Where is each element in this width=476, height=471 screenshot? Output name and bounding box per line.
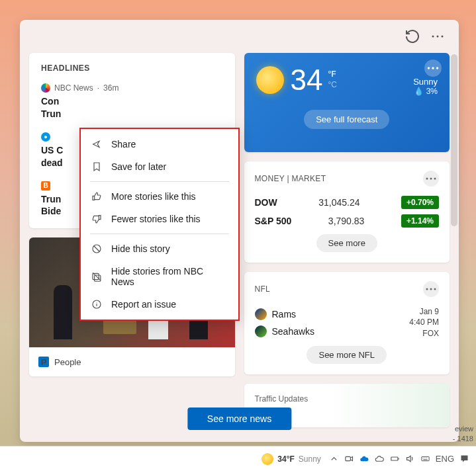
unit-f[interactable]: °F bbox=[328, 69, 336, 80]
bookmark-icon bbox=[91, 161, 102, 172]
svg-rect-18 bbox=[422, 456, 429, 460]
svg-point-2 bbox=[442, 36, 444, 38]
market-see-more-button[interactable]: See more bbox=[316, 234, 377, 252]
weather-temp: 34 bbox=[291, 64, 323, 97]
team1-name: Rams bbox=[272, 309, 297, 320]
svg-rect-16 bbox=[346, 456, 351, 460]
weather-units[interactable]: °F °C bbox=[328, 69, 336, 90]
svg-point-8 bbox=[434, 177, 436, 179]
system-tray: ENG bbox=[329, 454, 469, 464]
refresh-icon[interactable] bbox=[405, 28, 420, 44]
source-time: 36m bbox=[103, 83, 119, 93]
person-graphic bbox=[54, 285, 72, 339]
menu-hide-story[interactable]: Hide this story bbox=[81, 237, 238, 260]
speaker-icon[interactable] bbox=[405, 454, 415, 464]
sun-icon bbox=[256, 66, 284, 94]
image-source: People bbox=[54, 357, 81, 367]
menu-label: Share bbox=[111, 139, 136, 150]
rams-icon bbox=[255, 308, 267, 320]
source-sep: · bbox=[97, 83, 99, 93]
sun-icon bbox=[262, 453, 273, 465]
menu-separator bbox=[90, 234, 229, 234]
thumbs-down-icon bbox=[91, 214, 102, 224]
svg-point-9 bbox=[426, 288, 428, 290]
stock-row[interactable]: S&P 500 3,790.83 +1.14% bbox=[255, 214, 440, 228]
map-graphic bbox=[326, 384, 450, 427]
market-card: MONEY | MARKET DOW 31,045.24 +0.70% S&P … bbox=[244, 161, 450, 263]
stock-name: S&P 500 bbox=[255, 216, 292, 226]
nfl-menu-icon[interactable] bbox=[423, 281, 439, 297]
team2-name: Seahawks bbox=[272, 326, 315, 337]
traffic-section-title: Traffic Updates bbox=[255, 394, 309, 404]
svg-point-5 bbox=[436, 67, 438, 69]
people-icon: P bbox=[38, 357, 49, 367]
menu-hide-source[interactable]: Hide stories from NBC News bbox=[81, 260, 238, 293]
svg-point-6 bbox=[426, 177, 428, 179]
see-more-news-button[interactable]: See more news bbox=[187, 407, 291, 430]
menu-separator bbox=[90, 181, 229, 182]
menu-report[interactable]: Report an issue bbox=[81, 293, 238, 316]
teams-row[interactable]: Rams Seahawks Jan 9 4:40 PM FOX bbox=[255, 306, 440, 339]
nfl-see-more-button[interactable]: See more NFL bbox=[307, 346, 387, 364]
svg-rect-17 bbox=[391, 457, 398, 460]
panel-toolbar bbox=[20, 20, 459, 53]
menu-more-like[interactable]: More stories like this bbox=[81, 185, 238, 208]
battery-icon[interactable] bbox=[390, 454, 400, 464]
svg-point-4 bbox=[432, 67, 434, 69]
onedrive-icon[interactable] bbox=[359, 454, 369, 464]
stock-pct: +1.14% bbox=[401, 214, 439, 228]
keyboard-icon[interactable] bbox=[420, 454, 430, 464]
share-icon bbox=[91, 139, 102, 150]
headline1-title[interactable]: Con Trun bbox=[41, 95, 223, 120]
meet-now-icon[interactable] bbox=[344, 454, 354, 464]
action-center-icon[interactable] bbox=[459, 454, 469, 464]
headline-source[interactable]: NBC News · 36m bbox=[41, 83, 223, 93]
more-icon[interactable] bbox=[430, 28, 446, 44]
forecast-button[interactable]: See full forecast bbox=[304, 110, 389, 129]
svg-point-1 bbox=[437, 36, 439, 38]
image-source-row: P People bbox=[29, 347, 235, 376]
thumbs-up-icon bbox=[91, 191, 102, 202]
hide-source-icon bbox=[91, 271, 102, 282]
svg-point-0 bbox=[432, 36, 434, 38]
breitbart-icon: B bbox=[41, 181, 50, 191]
weather-main: 34 °F °C bbox=[256, 64, 438, 97]
menu-save[interactable]: Save for later bbox=[81, 155, 238, 178]
right-column: 34 °F °C Sunny 💧 3% See full forecast MO… bbox=[244, 53, 450, 427]
nbc-icon bbox=[41, 83, 50, 93]
taskbar-weather[interactable]: 34°F Sunny bbox=[262, 453, 321, 465]
taskbar-temp: 34°F bbox=[277, 454, 294, 464]
context-menu: Share Save for later More stories like t… bbox=[79, 128, 240, 321]
block-icon bbox=[91, 243, 102, 254]
precip-value: 3% bbox=[426, 87, 438, 96]
game-time: Jan 9 4:40 PM FOX bbox=[409, 306, 439, 339]
svg-point-10 bbox=[430, 288, 432, 290]
taskbar: 34°F Sunny ENG bbox=[0, 446, 476, 471]
menu-label: Report an issue bbox=[111, 299, 176, 310]
menu-label: Fewer stories like this bbox=[111, 214, 201, 224]
headlines-title: HEADLINES bbox=[41, 64, 223, 73]
info-icon bbox=[91, 299, 102, 310]
weather-tray-icon[interactable] bbox=[375, 454, 385, 464]
stock-pct: +0.70% bbox=[401, 196, 439, 209]
taskbar-lang[interactable]: ENG bbox=[436, 454, 454, 464]
stock-row[interactable]: DOW 31,045.24 +0.70% bbox=[255, 196, 440, 209]
menu-label: Hide stories from NBC News bbox=[111, 266, 228, 287]
game-date: Jan 9 bbox=[409, 306, 439, 318]
menu-share[interactable]: Share bbox=[81, 133, 238, 155]
nfl-card: NFL Rams Seahawks Jan 9 4:40 PM FOX bbox=[244, 272, 450, 374]
stock-value: 3,790.83 bbox=[328, 216, 365, 226]
weather-menu-icon[interactable] bbox=[424, 60, 442, 77]
weather-card[interactable]: 34 °F °C Sunny 💧 3% See full forecast bbox=[244, 53, 450, 152]
stock-value: 31,045.24 bbox=[318, 197, 359, 208]
svg-rect-13 bbox=[93, 273, 99, 279]
market-menu-icon[interactable] bbox=[423, 171, 439, 187]
unit-c[interactable]: °C bbox=[328, 80, 336, 91]
chevron-up-icon[interactable] bbox=[329, 454, 339, 464]
svg-point-11 bbox=[434, 288, 436, 290]
svg-point-7 bbox=[430, 177, 432, 179]
menu-label: Hide this story bbox=[111, 243, 170, 254]
menu-label: Save for later bbox=[111, 161, 166, 172]
overlay-line: eview bbox=[453, 424, 473, 433]
menu-fewer-like[interactable]: Fewer stories like this bbox=[81, 208, 238, 230]
